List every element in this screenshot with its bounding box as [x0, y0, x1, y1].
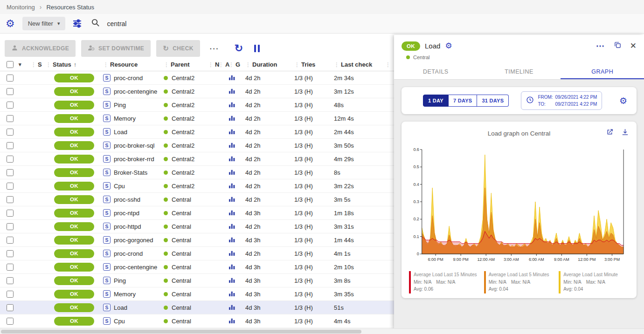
table-row[interactable]: OK S proc-crond Central 4d 2h 1/3 (H) 4m — [0, 247, 420, 260]
table-row[interactable]: OK S Ping Central2 4d 2h 1/3 (H) 48s — [0, 98, 420, 112]
column-header-parent[interactable]: Parent — [171, 61, 189, 68]
table-row[interactable]: OK S proc-broker-sql Central2 4d 2h 1/3 … — [0, 139, 420, 152]
row-checkbox[interactable] — [7, 88, 14, 95]
column-header-s[interactable]: S — [38, 61, 42, 68]
row-checkbox[interactable] — [7, 264, 14, 271]
column-drag-icon[interactable]: ⋮ — [245, 61, 251, 68]
breadcrumb-item-monitoring[interactable]: Monitoring — [7, 4, 35, 11]
table-row[interactable]: OK S proc-crond Central2 4d 2h 1/3 (H) 2 — [0, 71, 420, 85]
graph-icon[interactable] — [229, 304, 235, 312]
graph-icon[interactable] — [229, 223, 235, 231]
table-row[interactable]: OK S proc-gorgoned Central 4d 3h 1/3 (H) — [0, 233, 420, 247]
table-row[interactable]: OK S Broker-Stats Central2 4d 2h 1/3 (H) — [0, 166, 420, 179]
column-drag-icon[interactable]: ⋮ — [294, 61, 300, 68]
pause-autorefresh-button[interactable] — [254, 45, 260, 52]
open-in-new-icon[interactable] — [606, 128, 614, 138]
close-panel-icon[interactable]: ✕ — [630, 41, 637, 51]
table-row[interactable]: OK S Cpu Central 4d 3h 1/3 (H) 4m 4s — [0, 314, 420, 328]
download-icon[interactable] — [621, 128, 629, 138]
breadcrumb-item-resources-status[interactable]: Resources Status — [46, 4, 94, 11]
graph-icon[interactable] — [229, 155, 235, 163]
table-row[interactable]: OK S proc-ntpd Central 4d 3h 1/3 (H) 1m — [0, 206, 420, 220]
column-header-g[interactable]: G — [235, 61, 240, 68]
period-1-day-button[interactable]: 1 DAY — [423, 95, 449, 107]
column-header-resource[interactable]: Resource — [110, 61, 138, 68]
legend-item[interactable]: Average Load Last 15 Minutes Min: N/AMax… — [409, 271, 479, 293]
graph-icon[interactable] — [229, 317, 235, 325]
table-row[interactable]: OK S Ping Central 4d 3h 1/3 (H) 3m 8s — [0, 274, 420, 287]
row-checkbox[interactable] — [7, 304, 14, 311]
period-31-days-button[interactable]: 31 DAYS — [477, 95, 509, 107]
row-checkbox[interactable] — [7, 129, 14, 136]
column-drag-icon[interactable]: ⋮ — [229, 61, 234, 68]
graph-settings-gear-icon[interactable]: ⚙ — [619, 95, 627, 106]
table-row[interactable]: OK S proc-httpd Central 4d 2h 1/3 (H) 3m — [0, 220, 420, 233]
more-actions-button[interactable]: ⋯ — [206, 43, 222, 54]
tab-graph[interactable]: GRAPH — [561, 64, 644, 79]
table-row[interactable]: OK S proc-centengine Central2 4d 2h 1/3 … — [0, 85, 420, 98]
table-row[interactable]: OK S Cpu Central2 4d 2h 1/3 (H) 3m 22s — [0, 179, 420, 193]
table-row[interactable]: OK S Memory Central2 4d 2h 1/3 (H) 12m 4 — [0, 112, 420, 125]
graph-icon[interactable] — [229, 182, 235, 190]
copy-link-icon[interactable] — [614, 41, 622, 51]
graph-icon[interactable] — [229, 196, 235, 204]
row-checkbox[interactable] — [7, 237, 14, 244]
row-checkbox[interactable] — [7, 142, 14, 149]
row-checkbox[interactable] — [7, 318, 14, 325]
row-checkbox[interactable] — [7, 277, 14, 284]
graph-icon[interactable] — [229, 169, 235, 177]
row-checkbox[interactable] — [7, 169, 14, 176]
row-checkbox[interactable] — [7, 223, 14, 230]
column-drag-icon[interactable]: ⋮ — [385, 61, 391, 68]
tab-details[interactable]: DETAILS — [394, 64, 478, 79]
row-checkbox[interactable] — [7, 75, 14, 82]
refresh-button[interactable]: ↻ — [235, 42, 243, 55]
graph-icon[interactable] — [229, 142, 235, 150]
column-drag-icon[interactable]: ⋮ — [31, 61, 36, 68]
tab-timeline[interactable]: TIMELINE — [478, 64, 561, 79]
table-row[interactable]: OK S proc-broker-rrd Central2 4d 2h 1/3 … — [0, 152, 420, 166]
graph-icon[interactable] — [229, 128, 235, 136]
table-row[interactable]: OK S Memory Central 4d 3h 1/3 (H) 3m 35s — [0, 287, 420, 301]
row-checkbox[interactable] — [7, 210, 14, 217]
row-checkbox[interactable] — [7, 250, 14, 257]
scrollbar-thumb[interactable] — [1, 330, 361, 334]
column-drag-icon[interactable]: ⋮ — [218, 61, 224, 68]
column-drag-icon[interactable]: ⋮ — [334, 61, 339, 68]
row-checkbox[interactable] — [7, 102, 14, 109]
graph-icon[interactable] — [229, 263, 235, 271]
sort-asc-icon[interactable]: ↑ — [74, 61, 77, 68]
graph-icon[interactable] — [229, 101, 235, 109]
graph-icon[interactable] — [229, 74, 235, 82]
row-checkbox[interactable] — [7, 115, 14, 122]
date-range-picker[interactable]: FROM:09/26/2021 4:22 PM TO:09/27/2021 4:… — [521, 91, 602, 110]
period-7-days-button[interactable]: 7 DAYS — [449, 95, 478, 107]
set-downtime-button[interactable]: SET DOWNTIME — [81, 40, 151, 57]
graph-icon[interactable] — [229, 277, 235, 285]
graph-icon[interactable] — [229, 209, 235, 217]
panel-more-icon[interactable]: ⋯ — [596, 41, 605, 51]
row-checkbox[interactable] — [7, 183, 14, 190]
select-all-checkbox[interactable] — [7, 61, 14, 68]
graph-icon[interactable] — [229, 236, 235, 244]
column-drag-icon[interactable]: ⋮ — [164, 61, 169, 68]
table-row[interactable]: OK S proc-sshd Central 4d 2h 1/3 (H) 3m — [0, 193, 420, 206]
table-row[interactable]: OK S Load Central2 4d 2h 1/3 (H) 2m 44s — [0, 125, 420, 139]
select-rows-dropdown-icon[interactable]: ▾ — [19, 61, 21, 68]
column-header-duration[interactable]: Duration — [252, 61, 277, 68]
legend-item[interactable]: Average Load Last 5 Minutes Min: N/AMax:… — [484, 271, 554, 293]
filter-settings-gear-icon[interactable]: ⚙ — [6, 19, 15, 29]
table-row[interactable]: OK S proc-centengine Central 4d 3h 1/3 (… — [0, 260, 420, 274]
horizontal-scrollbar[interactable] — [0, 328, 644, 334]
table-row[interactable]: OK S Load Central 4d 3h 1/3 (H) 51s — [0, 301, 420, 314]
search-input[interactable] — [106, 20, 302, 28]
service-settings-gear-icon[interactable]: ⚙ — [445, 42, 452, 50]
graph-icon[interactable] — [229, 290, 235, 298]
check-button[interactable]: ↻ CHECK — [156, 40, 200, 57]
row-checkbox[interactable] — [7, 196, 14, 203]
column-header-status[interactable]: Status — [53, 61, 71, 68]
advanced-filter-tune-icon[interactable] — [73, 19, 82, 28]
column-header-tries[interactable]: Tries — [301, 61, 315, 68]
column-header-last-check[interactable]: Last check — [341, 61, 372, 68]
row-checkbox[interactable] — [7, 291, 14, 298]
